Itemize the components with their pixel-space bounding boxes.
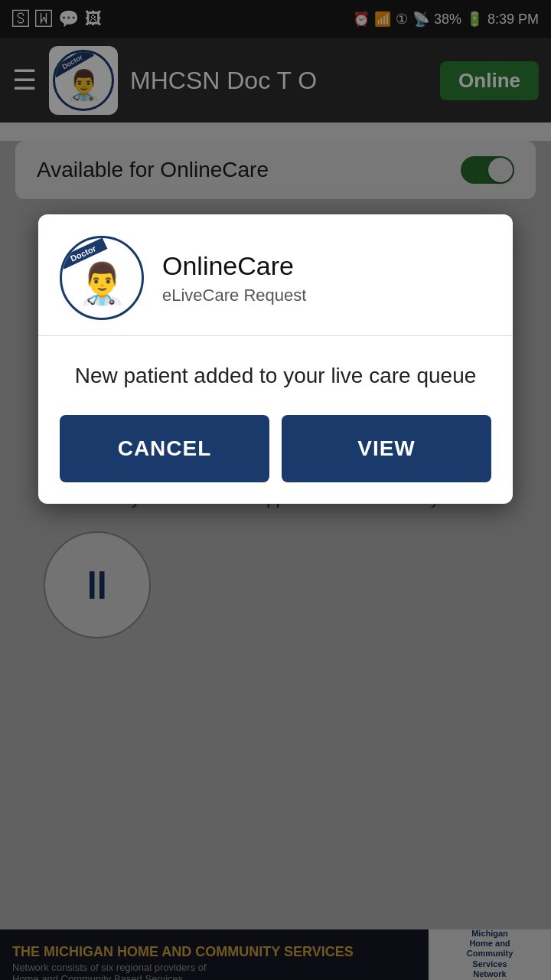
- dialog-logo: Doctor 👨‍⚕️: [60, 236, 144, 320]
- view-button[interactable]: VIEW: [282, 415, 491, 482]
- dialog-message: New patient added to your live care queu…: [60, 361, 491, 390]
- dialog-header: Doctor 👨‍⚕️ OnlineCare eLiveCare Request: [38, 214, 513, 336]
- dialog-body: New patient added to your live care queu…: [38, 336, 513, 504]
- dialog-app-name: OnlineCare: [162, 251, 491, 281]
- dialog-subtitle: eLiveCare Request: [162, 286, 491, 305]
- dialog-title-area: OnlineCare eLiveCare Request: [162, 251, 491, 305]
- dialog: Doctor 👨‍⚕️ OnlineCare eLiveCare Request…: [38, 214, 513, 504]
- cancel-button[interactable]: CANCEL: [60, 415, 269, 482]
- dialog-buttons: CANCEL VIEW: [60, 415, 491, 482]
- dialog-doctor-icon: 👨‍⚕️: [77, 260, 127, 307]
